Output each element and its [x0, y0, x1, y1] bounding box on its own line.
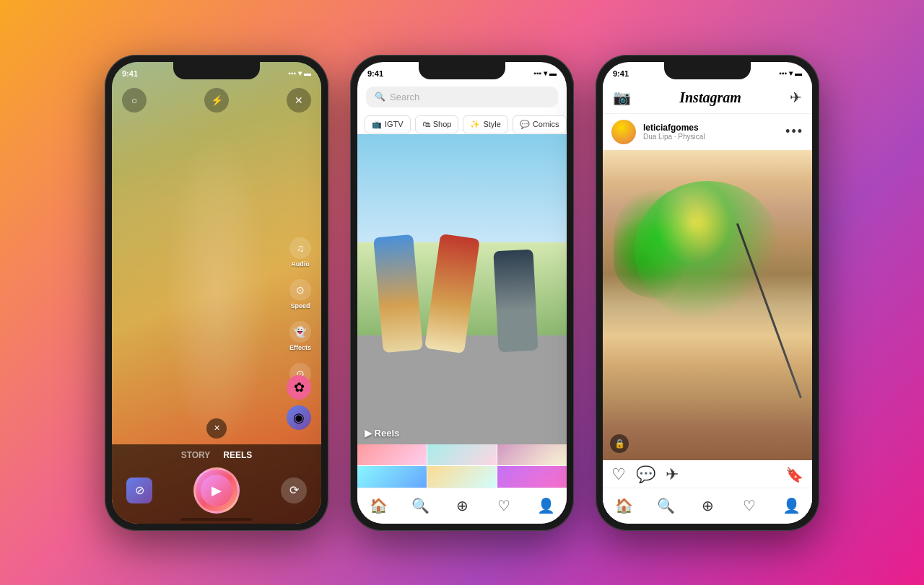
shutter-row: ⊘ ▶ ⟳	[112, 467, 321, 514]
post-image: 🔒	[603, 150, 812, 460]
like-btn[interactable]: ♡	[611, 465, 626, 484]
dancer-3	[493, 249, 538, 352]
thumb-4[interactable]	[357, 466, 427, 488]
post-user-info: leticiafgomes Dua Lipa · Physical	[643, 123, 778, 141]
bottom-nav-2: 🏠 🔍 ⊕ ♡ 👤	[357, 488, 567, 524]
post-subtitle: Dua Lipa · Physical	[643, 133, 778, 141]
thumb-3[interactable]	[497, 444, 567, 466]
wifi-icon-2: ▾	[544, 69, 547, 77]
comment-btn[interactable]: 💬	[636, 465, 655, 484]
style-icon: ✨	[470, 120, 480, 129]
eye-highlight	[635, 181, 781, 321]
battery-icon-3: ▬	[795, 69, 802, 77]
record-btn[interactable]: ▶	[193, 467, 240, 514]
thumb-2[interactable]	[427, 444, 497, 466]
thumb-5[interactable]	[427, 466, 497, 488]
flip-camera-btn[interactable]: ⟳	[281, 478, 307, 503]
effect-btn-1[interactable]: ✿	[287, 375, 311, 400]
notch-3	[664, 62, 751, 79]
battery-icon-2: ▬	[549, 69, 557, 77]
igtv-icon: 📺	[372, 120, 382, 129]
audio-control[interactable]: ♫ Audio	[289, 237, 311, 268]
status-icons-1: ▪▪▪ ▾ ▬	[288, 69, 311, 77]
record-btn-inner: ▶	[201, 475, 232, 506]
instagram-header: 📷 Instagram ✈	[603, 82, 812, 114]
signal-icon-3: ▪▪▪	[779, 69, 787, 77]
gallery-btn[interactable]: ⊘	[126, 478, 152, 503]
nav-home-3[interactable]: 🏠	[614, 496, 633, 515]
status-icons-2: ▪▪▪ ▾ ▬	[533, 69, 557, 77]
reels-video-area[interactable]: ▶ Reels	[357, 134, 567, 444]
nav-add-2[interactable]: ⊕	[453, 496, 471, 515]
comics-tab[interactable]: 💬 Comics	[513, 115, 567, 133]
signal-icon-2: ▪▪▪	[533, 69, 541, 77]
signal-icon: ▪▪▪	[288, 69, 296, 77]
effect-btn-2[interactable]: ◉	[287, 405, 311, 430]
record-icon: ▶	[212, 483, 222, 498]
camera-ring-light-btn[interactable]: ○	[122, 88, 147, 113]
flip-icon: ⟳	[289, 483, 299, 497]
reel-indicator: 🔒	[610, 434, 629, 453]
thumb-6[interactable]	[497, 466, 567, 488]
audio-label: Audio	[291, 260, 310, 268]
search-box[interactable]: 🔍 Search	[366, 87, 558, 107]
effects-icon: 👻	[289, 321, 311, 343]
shop-label: Shop	[433, 120, 452, 128]
comics-icon: 💬	[520, 120, 530, 129]
reels-mode-tab[interactable]: REELS	[223, 450, 252, 460]
camera-header-icon[interactable]: 📷	[613, 89, 631, 106]
style-label: Style	[483, 120, 500, 128]
share-btn[interactable]: ✈	[666, 465, 679, 484]
save-btn[interactable]: 🔖	[785, 466, 803, 483]
phone-1-camera: 9:41 ▪▪▪ ▾ ▬ ○ ⚡ ✕ ♫ Audio ⊙ Speed 👻	[105, 55, 328, 531]
gallery-icon: ⊘	[135, 483, 144, 497]
igtv-tab[interactable]: 📺 IGTV	[365, 115, 411, 133]
reels-label-text: ▶ Reels	[365, 428, 399, 439]
search-bar-area: 🔍 Search	[357, 82, 567, 112]
notch-2	[419, 62, 505, 79]
camera-flash-btn[interactable]: ⚡	[204, 88, 229, 113]
cancel-clip-btn[interactable]: ✕	[206, 418, 227, 439]
nav-profile-3[interactable]: 👤	[782, 496, 801, 515]
battery-icon: ▬	[304, 69, 311, 77]
reels-label: ▶ Reels	[365, 428, 399, 439]
phone-3-feed: 9:41 ▪▪▪ ▾ ▬ 📷 Instagram ✈ leticiafgomes…	[596, 55, 819, 531]
story-mode-tab[interactable]: STORY	[181, 450, 211, 460]
bottom-nav-3: 🏠 🔍 ⊕ ♡ 👤	[603, 488, 812, 524]
reels-image	[357, 134, 567, 444]
speed-label: Speed	[290, 302, 310, 309]
nav-search-3[interactable]: 🔍	[656, 496, 675, 515]
notch-1	[173, 62, 260, 79]
camera-bottom-bar: STORY REELS ⊘ ▶ ⟳	[112, 444, 321, 524]
nav-add-3[interactable]: ⊕	[698, 496, 717, 515]
speed-control[interactable]: ⊙ Speed	[289, 279, 311, 309]
shop-icon: 🛍	[422, 120, 430, 128]
nav-home-2[interactable]: 🏠	[369, 496, 388, 515]
search-icon: 🔍	[375, 92, 385, 102]
effects-label: Effects	[289, 344, 311, 351]
search-placeholder-text: Search	[390, 92, 419, 102]
shop-tab[interactable]: 🛍 Shop	[415, 115, 459, 133]
camera-close-btn[interactable]: ✕	[287, 88, 311, 113]
lock-icon: 🔒	[614, 439, 625, 449]
nav-search-2[interactable]: 🔍	[411, 496, 430, 515]
audio-icon: ♫	[289, 237, 311, 259]
category-tabs: 📺 IGTV 🛍 Shop ✨ Style 💬 Comics 🎬 TV & Mo…	[357, 115, 567, 133]
status-time-3: 9:41	[613, 69, 629, 78]
send-icon[interactable]: ✈	[790, 89, 802, 106]
post-header: leticiafgomes Dua Lipa · Physical •••	[603, 114, 812, 150]
nav-profile-2[interactable]: 👤	[536, 496, 555, 515]
style-tab[interactable]: ✨ Style	[463, 115, 507, 133]
comics-label: Comics	[533, 120, 559, 128]
post-username[interactable]: leticiafgomes	[643, 123, 778, 133]
thumb-1[interactable]	[357, 444, 427, 466]
post-avatar[interactable]	[611, 120, 636, 144]
nav-heart-2[interactable]: ♡	[494, 496, 513, 515]
status-icons-3: ▪▪▪ ▾ ▬	[779, 69, 802, 77]
thumbnail-grid	[357, 444, 567, 488]
post-more-btn[interactable]: •••	[785, 124, 803, 139]
effects-control[interactable]: 👻 Effects	[289, 321, 311, 351]
speed-icon: ⊙	[289, 279, 311, 301]
nav-heart-3[interactable]: ♡	[740, 496, 759, 515]
instagram-logo: Instagram	[679, 89, 741, 106]
